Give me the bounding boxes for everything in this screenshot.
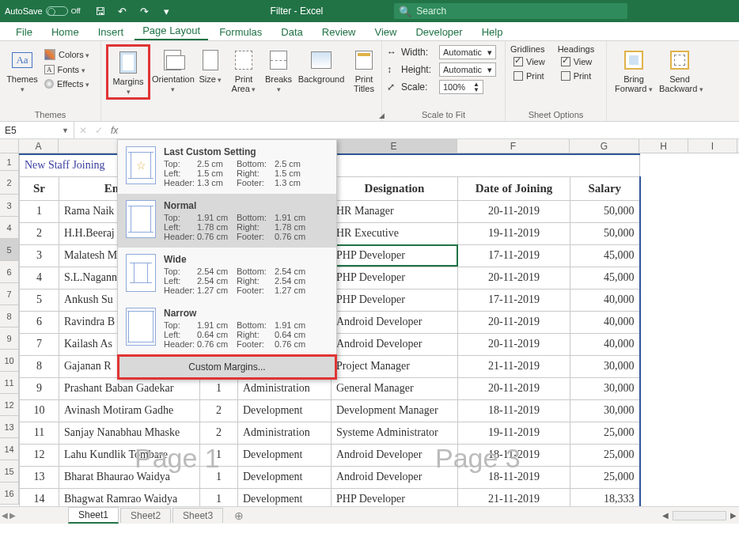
table-cell[interactable]: 19-11-2019 bbox=[458, 422, 570, 444]
formula-cancel-icon[interactable]: ✕ bbox=[79, 125, 87, 136]
worksheet-area[interactable]: A B C D E F G H I 1 2 3 4 5 6 7 8 9 10 1… bbox=[0, 139, 739, 506]
tab-view[interactable]: View bbox=[366, 24, 404, 40]
table-cell[interactable]: Development bbox=[238, 466, 332, 488]
table-cell[interactable]: 40,000 bbox=[570, 311, 640, 333]
table-cell[interactable]: HR Manager bbox=[332, 200, 458, 222]
name-box[interactable]: E5 ▼ bbox=[0, 122, 74, 138]
search-box[interactable]: 🔍 Search bbox=[394, 3, 627, 19]
table-cell[interactable]: 8 bbox=[20, 355, 59, 377]
table-header[interactable]: Salary bbox=[570, 176, 640, 200]
row-header[interactable]: 16 bbox=[0, 482, 19, 505]
col-header-h[interactable]: H bbox=[639, 139, 688, 153]
table-cell[interactable]: 2 bbox=[200, 399, 238, 422]
table-cell[interactable]: Administration bbox=[238, 422, 332, 444]
table-cell[interactable]: Development bbox=[238, 399, 332, 422]
table-cell[interactable]: 25,000 bbox=[570, 444, 640, 466]
table-cell[interactable]: Development bbox=[238, 488, 332, 506]
headings-print-checkbox[interactable]: Print bbox=[558, 70, 596, 82]
themes-button[interactable]: Aa Themes bbox=[5, 44, 40, 95]
table-cell[interactable]: 18,333 bbox=[570, 488, 640, 506]
table-cell[interactable]: 30,000 bbox=[570, 399, 640, 422]
table-cell[interactable]: Systeme Administrator bbox=[332, 422, 458, 444]
table-cell[interactable]: 10 bbox=[20, 399, 59, 422]
save-icon[interactable]: 🖫 bbox=[92, 6, 109, 17]
tab-review[interactable]: Review bbox=[314, 24, 364, 40]
table-cell[interactable]: Bhagwat Ramrao Waidya bbox=[59, 488, 200, 506]
sheet-nav-next-icon[interactable]: ▶ bbox=[9, 511, 16, 520]
scale-spinner[interactable]: 100%▲▼ bbox=[439, 80, 483, 94]
width-select[interactable]: Automatic▾ bbox=[439, 45, 496, 59]
table-cell[interactable]: Avinash Motiram Gadhe bbox=[59, 399, 200, 422]
table-cell[interactable]: 2 bbox=[200, 422, 238, 444]
table-row[interactable]: 14Bhagwat Ramrao Waidya1DevelopmentPHP D… bbox=[20, 488, 640, 506]
table-cell[interactable]: 40,000 bbox=[570, 333, 640, 355]
undo-icon[interactable]: ↶ bbox=[114, 6, 131, 17]
sheet-tab-2[interactable]: Sheet2 bbox=[120, 508, 171, 523]
row-header[interactable]: 3 bbox=[0, 195, 19, 217]
table-cell[interactable]: 11 bbox=[20, 422, 59, 444]
row-header[interactable]: 5 bbox=[0, 239, 19, 261]
quickaccess-customize-icon[interactable]: ▾ bbox=[158, 6, 176, 17]
table-cell[interactable]: 17-11-2019 bbox=[458, 244, 570, 267]
table-cell[interactable]: General Manager bbox=[332, 377, 458, 399]
table-row[interactable]: 10Avinash Motiram Gadhe2DevelopmentDevel… bbox=[20, 399, 640, 422]
table-cell[interactable]: Sanjay Nanabhau Mhaske bbox=[59, 422, 200, 444]
redo-icon[interactable]: ↷ bbox=[136, 6, 153, 17]
table-cell[interactable]: 18-11-2019 bbox=[458, 466, 570, 488]
table-cell[interactable]: 4 bbox=[20, 267, 59, 289]
tab-formulas[interactable]: Formulas bbox=[211, 24, 270, 40]
table-cell[interactable]: 9 bbox=[20, 377, 59, 399]
table-cell[interactable]: 20-11-2019 bbox=[458, 200, 570, 222]
table-cell[interactable]: 30,000 bbox=[570, 355, 640, 377]
table-row[interactable]: 9Prashant Baban Gadekar1AdministrationGe… bbox=[20, 377, 640, 399]
row-header[interactable]: 10 bbox=[0, 350, 19, 372]
bring-forward-button[interactable]: Bring Forward bbox=[612, 44, 656, 95]
sheet-tab-3[interactable]: Sheet3 bbox=[172, 508, 223, 523]
margins-button[interactable]: Margins bbox=[106, 44, 150, 100]
autosave-toggle[interactable]: AutoSave Off bbox=[5, 6, 81, 16]
table-cell[interactable]: 3 bbox=[20, 244, 59, 267]
table-cell[interactable]: Lahu Kundlik Tombare bbox=[59, 444, 200, 466]
table-cell[interactable]: 6 bbox=[20, 311, 59, 333]
table-cell[interactable]: 17-11-2019 bbox=[458, 289, 570, 311]
row-header[interactable]: 2 bbox=[0, 171, 19, 195]
row-header[interactable]: 6 bbox=[0, 261, 19, 283]
table-cell[interactable]: 30,000 bbox=[570, 377, 640, 399]
table-cell[interactable]: 45,000 bbox=[570, 267, 640, 289]
table-cell[interactable]: 1 bbox=[20, 200, 59, 222]
tab-developer[interactable]: Developer bbox=[407, 24, 470, 40]
table-cell[interactable]: 25,000 bbox=[570, 422, 640, 444]
table-cell[interactable]: Android Developer bbox=[332, 444, 458, 466]
table-cell[interactable]: PHP Developer bbox=[332, 244, 458, 267]
row-header[interactable]: 11 bbox=[0, 372, 19, 394]
table-cell[interactable]: Development Manager bbox=[332, 399, 458, 422]
add-sheet-button[interactable]: ⊕ bbox=[225, 508, 253, 524]
sheet-tab-1[interactable]: Sheet1 bbox=[68, 507, 119, 524]
table-cell[interactable]: PHP Developer bbox=[332, 488, 458, 506]
table-cell[interactable]: 7 bbox=[20, 333, 59, 355]
breaks-button[interactable]: Breaks bbox=[261, 44, 296, 95]
table-cell[interactable]: 2 bbox=[20, 222, 59, 244]
margins-option[interactable]: NormalTop:1.91 cmBottom:1.91 cmLeft:1.78… bbox=[118, 194, 336, 248]
row-header[interactable]: 8 bbox=[0, 305, 19, 327]
col-header-g[interactable]: G bbox=[570, 139, 639, 153]
select-all-corner[interactable] bbox=[0, 139, 19, 153]
table-cell[interactable]: Project Manager bbox=[332, 355, 458, 377]
table-cell[interactable]: 18-11-2019 bbox=[458, 444, 570, 466]
table-row[interactable]: 12Lahu Kundlik Tombare1DevelopmentAndroi… bbox=[20, 444, 640, 466]
colors-button[interactable]: Colors bbox=[41, 47, 93, 62]
tab-file[interactable]: File bbox=[8, 24, 40, 40]
table-cell[interactable]: Bharat Bhaurao Waidya bbox=[59, 466, 200, 488]
table-cell[interactable]: 50,000 bbox=[570, 222, 640, 244]
table-cell[interactable]: 20-11-2019 bbox=[458, 267, 570, 289]
tab-insert[interactable]: Insert bbox=[90, 24, 132, 40]
row-header[interactable]: 7 bbox=[0, 283, 19, 305]
sheet-nav-prev-icon[interactable]: ◀ bbox=[2, 511, 8, 520]
col-header-i[interactable]: I bbox=[688, 139, 737, 153]
table-cell[interactable]: 45,000 bbox=[570, 244, 640, 267]
print-titles-button[interactable]: Print Titles bbox=[347, 44, 381, 95]
table-cell[interactable]: 18-11-2019 bbox=[458, 399, 570, 422]
print-area-button[interactable]: Print Area bbox=[226, 44, 261, 95]
table-cell[interactable]: 25,000 bbox=[570, 466, 640, 488]
custom-margins-button[interactable]: Custom Margins... bbox=[117, 354, 337, 380]
